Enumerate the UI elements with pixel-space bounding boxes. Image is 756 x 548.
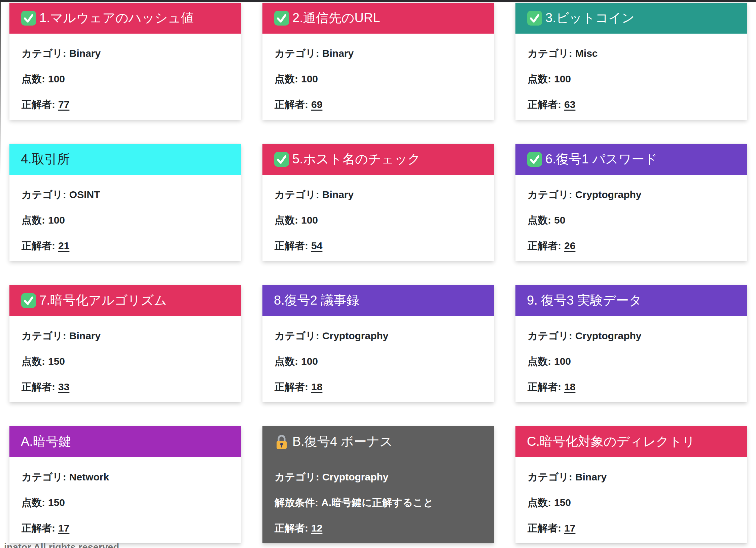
challenge-title: 1.マルウェアのハッシュ値	[39, 11, 194, 25]
points-label: 点数:	[22, 497, 45, 508]
challenge-card-A[interactable]: A.暗号鍵 カテゴリ:Network 点数:150 正解者:17	[9, 426, 241, 543]
category-value: OSINT	[69, 189, 100, 200]
category-label: カテゴリ:	[22, 471, 66, 482]
challenge-card-2[interactable]: 2.通信先のURL カテゴリ:Binary 点数:100 正解者:69	[262, 3, 494, 120]
solvers-line: 正解者:18	[528, 382, 735, 392]
solvers-count-link[interactable]: 26	[564, 240, 575, 251]
card-body: カテゴリ:Cryptography 点数:50 正解者:26	[515, 175, 747, 251]
category-value: Misc	[575, 48, 598, 59]
solvers-count-link[interactable]: 63	[564, 99, 575, 110]
solvers-count-link[interactable]: 18	[564, 381, 575, 392]
challenge-card-6[interactable]: 6.復号1 パスワード カテゴリ:Cryptography 点数:50 正解者:…	[515, 144, 747, 261]
points-label: 点数:	[528, 356, 551, 367]
category-line: カテゴリ:Cryptography	[528, 331, 735, 341]
solvers-line: 正解者:63	[528, 100, 735, 110]
points-value: 50	[554, 214, 565, 226]
points-value: 100	[301, 73, 318, 84]
solved-check-icon	[527, 10, 542, 26]
window-left-edge	[0, 0, 1, 175]
points-label: 点数:	[528, 214, 551, 226]
card-body: カテゴリ:Misc 点数:100 正解者:63	[515, 34, 747, 110]
points-label: 点数:	[275, 356, 298, 367]
points-value: 100	[301, 356, 318, 367]
solved-check-icon	[21, 293, 36, 308]
solvers-label: 正解者:	[22, 99, 55, 110]
category-value: Network	[69, 471, 109, 482]
solved-check-icon	[274, 10, 289, 26]
solvers-count-link[interactable]: 21	[58, 240, 69, 251]
points-value: 150	[48, 356, 65, 367]
points-label: 点数:	[22, 214, 45, 226]
challenge-title: 3.ビットコイン	[545, 11, 635, 25]
points-line: 点数:100	[528, 356, 735, 366]
category-value: Binary	[69, 330, 101, 341]
category-line: カテゴリ:Binary	[22, 48, 229, 58]
points-line: 点数:100	[22, 74, 229, 84]
points-line: 点数:150	[22, 356, 229, 366]
category-line: カテゴリ:Binary	[275, 190, 482, 200]
card-body: カテゴリ:Binary 点数:100 正解者:69	[262, 34, 494, 110]
page: 1.マルウェアのハッシュ値 カテゴリ:Binary 点数:100 正解者:77 …	[0, 0, 756, 548]
challenge-title: B.復号4 ボーナス	[292, 435, 393, 449]
points-value: 100	[554, 73, 571, 84]
solved-check-icon	[274, 152, 289, 167]
solvers-label: 正解者:	[528, 381, 561, 392]
solvers-count-link[interactable]: 69	[311, 99, 322, 110]
challenge-card-3[interactable]: 3.ビットコイン カテゴリ:Misc 点数:100 正解者:63	[515, 3, 747, 120]
card-body: カテゴリ:Cryptography 解放条件:A.暗号鍵に正解すること 正解者:…	[262, 457, 494, 533]
solvers-count-link[interactable]: 17	[564, 522, 575, 534]
card-body: カテゴリ:Cryptography 点数:100 正解者:18	[515, 316, 747, 392]
lock-icon	[274, 433, 289, 450]
points-value: 100	[48, 73, 65, 84]
category-value: Binary	[322, 189, 354, 200]
card-header: C.暗号化対象のディレクトリ	[515, 426, 747, 457]
category-line: カテゴリ:Cryptography	[528, 190, 735, 200]
challenge-card-9[interactable]: 9. 復号3 実験データ カテゴリ:Cryptography 点数:100 正解…	[515, 285, 747, 402]
solvers-count-link[interactable]: 17	[58, 522, 69, 534]
unlock-label: 解放条件:	[275, 497, 318, 508]
challenge-title: 7.暗号化アルゴリズム	[39, 293, 167, 308]
category-value: Binary	[575, 471, 607, 482]
solvers-label: 正解者:	[22, 381, 55, 392]
category-label: カテゴリ:	[528, 189, 572, 200]
challenge-card-7[interactable]: 7.暗号化アルゴリズム カテゴリ:Binary 点数:150 正解者:33	[9, 285, 241, 402]
challenge-card-8[interactable]: 8.復号2 議事録 カテゴリ:Cryptography 点数:100 正解者:1…	[262, 285, 494, 402]
solvers-line: 正解者:69	[275, 100, 482, 110]
solvers-count-link[interactable]: 18	[311, 381, 322, 392]
category-line: カテゴリ:Binary	[528, 472, 735, 482]
points-line: 点数:150	[22, 498, 229, 508]
solvers-count-link[interactable]: 77	[58, 99, 69, 110]
challenge-card-5[interactable]: 5.ホスト名のチェック カテゴリ:Binary 点数:100 正解者:54	[262, 144, 494, 261]
solvers-count-link[interactable]: 33	[58, 381, 69, 392]
challenge-card-C[interactable]: C.暗号化対象のディレクトリ カテゴリ:Binary 点数:150 正解者:17	[515, 426, 747, 543]
challenge-title: 6.復号1 パスワード	[545, 152, 657, 166]
solvers-count-link[interactable]: 54	[311, 240, 322, 251]
points-label: 点数:	[528, 497, 551, 508]
solvers-line: 正解者:26	[528, 241, 735, 251]
challenge-card-B-locked[interactable]: B.復号4 ボーナス カテゴリ:Cryptography 解放条件:A.暗号鍵に…	[262, 426, 494, 543]
category-label: カテゴリ:	[22, 189, 66, 200]
points-line: 点数:150	[528, 498, 735, 508]
challenge-title: 9. 復号3 実験データ	[527, 293, 642, 308]
solvers-count-link[interactable]: 12	[311, 522, 322, 534]
solvers-line: 正解者:77	[22, 100, 229, 110]
window-top-edge	[0, 0, 756, 2]
solved-check-icon	[527, 152, 542, 167]
solvers-line: 正解者:17	[22, 523, 229, 533]
solvers-line: 正解者:18	[275, 382, 482, 392]
category-label: カテゴリ:	[528, 471, 572, 482]
challenge-title: 2.通信先のURL	[292, 11, 380, 25]
solvers-label: 正解者:	[275, 99, 308, 110]
card-body: カテゴリ:OSINT 点数:100 正解者:21	[9, 175, 241, 251]
challenge-card-1[interactable]: 1.マルウェアのハッシュ値 カテゴリ:Binary 点数:100 正解者:77	[9, 3, 241, 120]
category-line: カテゴリ:Network	[22, 472, 229, 482]
challenge-card-4[interactable]: 4.取引所 カテゴリ:OSINT 点数:100 正解者:21	[9, 144, 241, 261]
challenge-title: C.暗号化対象のディレクトリ	[527, 435, 695, 449]
card-header: 6.復号1 パスワード	[515, 144, 747, 175]
unlock-condition-line: 解放条件:A.暗号鍵に正解すること	[275, 498, 482, 508]
points-label: 点数:	[528, 73, 551, 84]
category-value: Cryptography	[575, 330, 642, 341]
category-line: カテゴリ:Cryptography	[275, 472, 482, 482]
category-value: Binary	[322, 48, 354, 59]
card-header: 5.ホスト名のチェック	[262, 144, 494, 175]
